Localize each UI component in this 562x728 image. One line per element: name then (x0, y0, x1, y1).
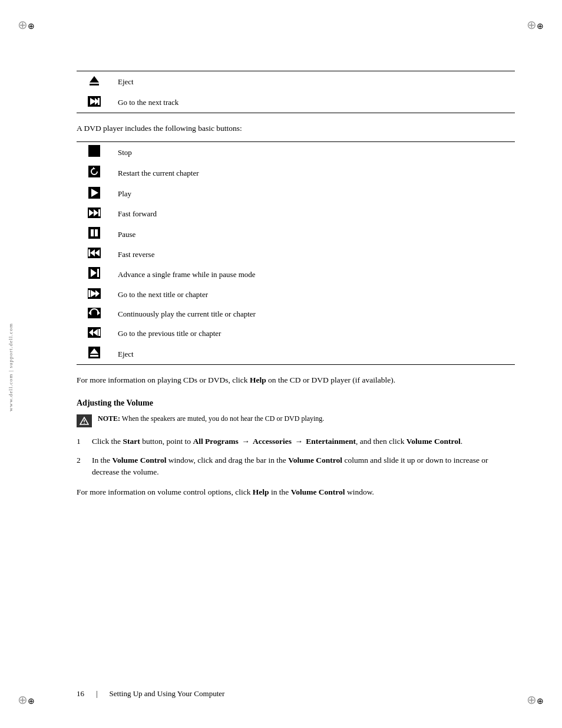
corner-mark-bl: ⊕ (18, 693, 35, 710)
stop-icon (88, 150, 100, 159)
dvd-table: Stop Restart the (77, 141, 515, 365)
eject2-label: Eject (112, 344, 515, 365)
pause-icon (88, 232, 100, 241)
side-text: www.dell.com | support.dell.com (8, 322, 14, 411)
corner-mark-tl: ⊕ (18, 18, 35, 35)
list-item: 2 In the Volume Control window, click an… (77, 454, 515, 479)
fast-forward-label: Fast forward (112, 205, 515, 224)
icon-cell (77, 305, 112, 324)
icon-cell (77, 93, 112, 113)
step-number: 2 (77, 454, 85, 479)
top-table: Eject Go to the next track (77, 71, 515, 113)
next-track-icon (88, 100, 101, 108)
icon-cell (77, 163, 112, 183)
icon-cell (77, 324, 112, 344)
svg-rect-5 (98, 98, 100, 105)
note-text: NOTE: When the speakers are muted, you d… (98, 414, 324, 424)
restart-icon (88, 170, 100, 179)
fast-reverse-icon (88, 251, 101, 260)
table-row: Fast forward (77, 205, 515, 224)
icon-cell (77, 285, 112, 305)
eject-label: Eject (112, 71, 515, 93)
prev-chapter-icon (88, 331, 101, 340)
svg-rect-7 (91, 147, 98, 154)
prev-chapter-label: Go to the previous title or chapter (112, 324, 515, 344)
svg-rect-17 (91, 229, 94, 236)
step-number: 1 (77, 436, 85, 447)
svg-rect-25 (97, 269, 99, 277)
footer-separator: | (96, 689, 98, 699)
corner-mark-tr: ⊕ (527, 18, 544, 35)
table-row: Advance a single frame while in pause mo… (77, 264, 515, 285)
icon-cell (77, 264, 112, 285)
next-chapter-icon (88, 292, 101, 301)
table-row: Eject (77, 344, 515, 365)
main-content: Eject Go to the next track (77, 71, 515, 499)
svg-marker-0 (90, 76, 99, 83)
table-row: Pause (77, 224, 515, 245)
page: ⊕ ⊕ ⊕ ⊕ www.dell.com | support.dell.com (0, 0, 562, 728)
table-row: Go to the next track (77, 93, 515, 113)
corner-mark-br: ⊕ (527, 693, 544, 710)
icon-cell (77, 71, 112, 93)
icon-cell (77, 344, 112, 365)
eject-icon (88, 80, 100, 88)
play-icon (88, 192, 100, 200)
fast-forward-icon (88, 211, 101, 220)
svg-rect-1 (90, 84, 99, 85)
page-footer: 16 | Setting Up and Using Your Computer (77, 689, 515, 699)
restart-label: Restart the current chapter (112, 163, 515, 183)
table-row: Fast reverse (77, 245, 515, 264)
icon-cell (77, 245, 112, 264)
section-heading: Adjusting the Volume (77, 398, 515, 408)
list-item: 1 Click the Start button, point to All P… (77, 436, 515, 447)
svg-rect-8 (88, 166, 100, 177)
next-track-label: Go to the next track (112, 93, 515, 113)
eject2-icon (88, 351, 100, 360)
note-box: NOTE: When the speakers are muted, you d… (77, 414, 515, 427)
table-row: Eject (77, 71, 515, 93)
intro-text: A DVD player includes the following basi… (77, 123, 515, 134)
footer-label: Setting Up and Using Your Computer (110, 689, 225, 699)
svg-rect-20 (88, 249, 90, 256)
help-text: For more information on playing CDs or D… (77, 374, 515, 386)
svg-rect-18 (95, 229, 98, 236)
footer-text: For more information on volume control o… (77, 486, 515, 498)
icon-cell (77, 142, 112, 163)
pause-label: Pause (112, 224, 515, 245)
repeat-label: Continuously play the current title or c… (112, 305, 515, 324)
svg-point-42 (84, 423, 85, 424)
svg-rect-27 (88, 290, 90, 297)
stop-label: Stop (112, 142, 515, 163)
frame-advance-label: Advance a single frame while in pause mo… (112, 264, 515, 285)
table-row: Continuously play the current title or c… (77, 305, 515, 324)
icon-cell (77, 224, 112, 245)
svg-rect-15 (98, 209, 100, 216)
icon-cell (77, 205, 112, 224)
play-label: Play (112, 184, 515, 205)
table-row: Go to the previous title or chapter (77, 324, 515, 344)
step-text: Click the Start button, point to All Pro… (92, 436, 462, 447)
table-row: Play (77, 184, 515, 205)
next-chapter-label: Go to the next title or chapter (112, 285, 515, 305)
frame-advance-icon (88, 272, 100, 281)
icon-cell (77, 184, 112, 205)
steps-list: 1 Click the Start button, point to All P… (77, 436, 515, 479)
note-icon (77, 414, 92, 427)
step-text: In the Volume Control window, click and … (92, 454, 515, 479)
repeat-icon (88, 311, 101, 320)
table-row: Stop (77, 142, 515, 163)
table-row: Restart the current chapter (77, 163, 515, 183)
fast-reverse-label: Fast reverse (112, 245, 515, 264)
svg-rect-39 (90, 355, 98, 357)
svg-rect-16 (88, 227, 100, 239)
page-number: 16 (77, 689, 84, 699)
table-row: Go to the next title or chapter (77, 285, 515, 305)
svg-rect-34 (98, 329, 100, 336)
